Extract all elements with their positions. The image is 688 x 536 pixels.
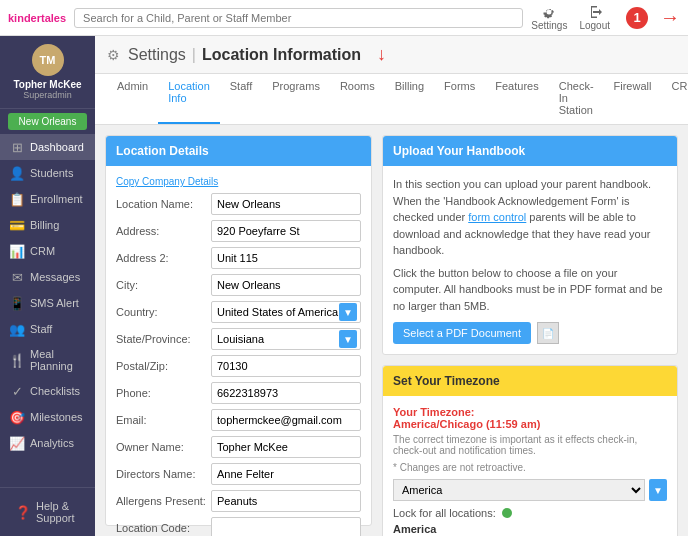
sidebar: TM Topher McKee Superadmin New Orleans ⊞… <box>0 36 95 536</box>
crm-icon: 📊 <box>10 244 24 258</box>
location-badge[interactable]: New Orleans <box>8 113 87 130</box>
sub-nav-location-info[interactable]: Location Info <box>158 74 220 124</box>
state-select[interactable]: Louisiana <box>211 328 361 350</box>
timezone-note: The correct timezone is important as it … <box>393 434 667 456</box>
copy-company-details-link[interactable]: Copy Company Details <box>116 176 361 187</box>
location-details-body: Copy Company Details Location Name: Addr… <box>106 166 371 536</box>
email-input[interactable] <box>211 409 361 431</box>
sidebar-item-milestones[interactable]: 🎯 Milestones <box>0 404 95 430</box>
sub-nav-billing[interactable]: Billing <box>385 74 434 124</box>
sub-nav-firewall[interactable]: Firewall <box>604 74 662 124</box>
sidebar-item-checklists[interactable]: ✓ Checklists <box>0 378 95 404</box>
form-row-location-name: Location Name: <box>116 193 361 215</box>
sidebar-item-label: Milestones <box>30 411 83 423</box>
sidebar-item-label: Checklists <box>30 385 80 397</box>
sidebar-item-crm[interactable]: 📊 CRM <box>0 238 95 264</box>
sidebar-item-billing[interactable]: 💳 Billing <box>0 212 95 238</box>
lock-label: Lock for all locations: <box>393 507 496 519</box>
logout-label: Logout <box>579 20 610 31</box>
sidebar-item-label: Billing <box>30 219 59 231</box>
upload-text2: Click the button below to choose a file … <box>393 265 667 315</box>
sub-nav-forms[interactable]: Forms <box>434 74 485 124</box>
country-select[interactable]: United States of America <box>211 301 361 323</box>
sidebar-item-analytics[interactable]: 📈 Analytics <box>0 430 95 456</box>
settings-title: Settings | Location Information <box>128 46 361 64</box>
sidebar-item-meal-planning[interactable]: 🍴 Meal Planning <box>0 342 95 378</box>
form-row-country: Country: United States of America ▼ <box>116 301 361 323</box>
phone-label: Phone: <box>116 387 211 399</box>
students-icon: 👤 <box>10 166 24 180</box>
form-row-allergens: Allergens Present: <box>116 490 361 512</box>
arrow-annotation-2: ↓ <box>377 44 386 65</box>
address-input[interactable] <box>211 220 361 242</box>
sub-nav-rooms[interactable]: Rooms <box>330 74 385 124</box>
settings-label: Settings <box>128 46 186 64</box>
sidebar-item-messages[interactable]: ✉ Messages <box>0 264 95 290</box>
settings-button[interactable]: Settings <box>531 4 567 31</box>
sidebar-item-label: SMS Alert <box>30 297 79 309</box>
location-code-label: Location Code: <box>116 522 211 534</box>
owner-input[interactable] <box>211 436 361 458</box>
address2-label: Address 2: <box>116 252 211 264</box>
select-pdf-button[interactable]: Select a PDF Document <box>393 322 531 344</box>
sidebar-item-help[interactable]: ❓ Help & Support <box>6 494 89 530</box>
page-title: Location Information <box>202 46 361 64</box>
location-code-input[interactable] <box>211 517 361 536</box>
form-row-address2: Address 2: <box>116 247 361 269</box>
right-column: Upload Your Handbook In this section you… <box>382 135 678 526</box>
sidebar-item-students[interactable]: 👤 Students <box>0 160 95 186</box>
staff-icon: 👥 <box>10 322 24 336</box>
content-area: ⚙ Settings | Location Information ↓ Admi… <box>95 36 688 536</box>
city-input[interactable] <box>211 274 361 296</box>
logout-button[interactable]: Logout <box>579 4 610 31</box>
dashboard-icon: ⊞ <box>10 140 24 154</box>
sub-nav-crm[interactable]: CRM <box>661 74 688 124</box>
location-details-header: Location Details <box>106 136 371 166</box>
sidebar-item-staff[interactable]: 👥 Staff <box>0 316 95 342</box>
timezone-body: Your Timezone: America/Chicago (11:59 am… <box>383 396 677 536</box>
address2-input[interactable] <box>211 247 361 269</box>
sidebar-item-label: Messages <box>30 271 80 283</box>
sidebar-item-label: Analytics <box>30 437 74 449</box>
sidebar-bottom: ❓ Help & Support <box>0 487 95 536</box>
sub-nav-programs[interactable]: Programs <box>262 74 330 124</box>
phone-input[interactable] <box>211 382 361 404</box>
sidebar-item-label: CRM <box>30 245 55 257</box>
director-input[interactable] <box>211 463 361 485</box>
sidebar-item-dashboard[interactable]: ⊞ Dashboard <box>0 134 95 160</box>
notification-badge[interactable]: 1 <box>626 7 648 29</box>
sidebar-item-label: Meal Planning <box>30 348 85 372</box>
lock-toggle[interactable] <box>502 508 512 518</box>
sub-nav: Admin Location Info Staff Programs Rooms… <box>95 74 688 125</box>
form-control-link[interactable]: form control <box>468 211 526 223</box>
help-icon: ❓ <box>16 505 30 519</box>
sub-nav-staff[interactable]: Staff <box>220 74 262 124</box>
sub-nav-admin[interactable]: Admin <box>107 74 158 124</box>
location-name-input[interactable] <box>211 193 361 215</box>
user-role: Superadmin <box>23 90 72 100</box>
sub-nav-checkin[interactable]: Check-In Station <box>549 74 604 124</box>
postal-label: Postal/Zip: <box>116 360 211 372</box>
lock-row: Lock for all locations: <box>393 507 667 519</box>
location-details-card: Location Details Copy Company Details Lo… <box>105 135 372 526</box>
main-layout: TM Topher McKee Superadmin New Orleans ⊞… <box>0 36 688 536</box>
form-row-director: Directors Name: <box>116 463 361 485</box>
search-input[interactable] <box>74 8 523 28</box>
postal-input[interactable] <box>211 355 361 377</box>
sub-nav-features[interactable]: Features <box>485 74 548 124</box>
address-label: Address: <box>116 225 211 237</box>
timezone-select[interactable]: America <box>393 479 645 501</box>
allergens-input[interactable] <box>211 490 361 512</box>
sidebar-item-sms-alert[interactable]: 📱 SMS Alert <box>0 290 95 316</box>
sms-icon: 📱 <box>10 296 24 310</box>
gear-icon: ⚙ <box>107 47 120 63</box>
analytics-icon: 📈 <box>10 436 24 450</box>
topbar: kindertales Settings Logout 1 → <box>0 0 688 36</box>
form-row-email: Email: <box>116 409 361 431</box>
user-name: Topher McKee <box>13 79 81 90</box>
separator: | <box>192 46 196 64</box>
sidebar-user: TM Topher McKee Superadmin <box>0 36 95 109</box>
sidebar-item-enrollment[interactable]: 📋 Enrollment <box>0 186 95 212</box>
page-content: Location Details Copy Company Details Lo… <box>95 125 688 536</box>
messages-icon: ✉ <box>10 270 24 284</box>
